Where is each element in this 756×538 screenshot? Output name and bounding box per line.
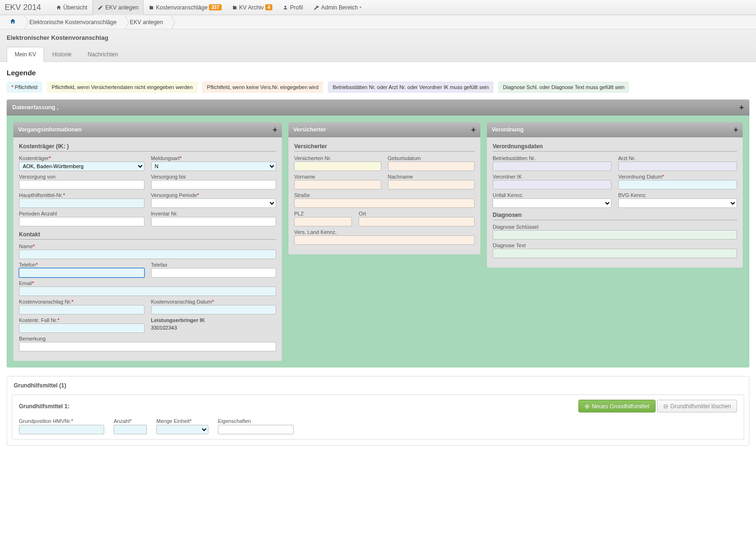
select-kostentraeger[interactable]: AOK, Baden-Württemberg [19, 161, 144, 171]
input-haupthm[interactable] [19, 198, 144, 208]
select-menge-einheit[interactable] [156, 425, 208, 434]
input-land[interactable] [294, 235, 475, 245]
section-datenerfassung-title: Datenerfassung , [12, 104, 58, 111]
input-verordnung-datum[interactable] [618, 180, 737, 189]
input-plz[interactable] [294, 217, 352, 226]
legend-orange: Pflichtfeld, wenn keine Vers.Nr. eingege… [202, 81, 323, 93]
label-diag-schl: Diagnose Schlüssel [493, 224, 737, 230]
nav-overview[interactable]: Übersicht [51, 0, 93, 15]
top-nav: EKV 2014 Übersicht EKV anlegen Kostenvor… [0, 0, 756, 15]
plus-icon[interactable]: + [471, 126, 476, 134]
input-perioden-anzahl[interactable] [19, 217, 144, 226]
wrench-icon [314, 5, 319, 10]
home-icon [56, 5, 62, 10]
input-anzahl[interactable] [114, 425, 147, 434]
label-strasse: Straße [294, 192, 475, 198]
archive-count-badge: 4 [265, 4, 273, 10]
input-diag-schl[interactable] [493, 230, 737, 240]
label-versicherten-nr: Versicherten Nr. [294, 155, 381, 161]
leistungserbringer-value: 330102343 [151, 323, 277, 331]
input-diag-text[interactable] [493, 249, 737, 258]
plus-icon[interactable]: + [734, 126, 738, 134]
archive-icon [232, 5, 237, 10]
input-versicherten-nr[interactable] [294, 161, 381, 171]
group-versicherter: Versicherter [294, 143, 475, 152]
btn-new-grundhilfsmittel[interactable]: ⊕ Neues Grundhilfsmittel [578, 400, 655, 412]
input-vorname[interactable] [294, 180, 381, 189]
plus-icon[interactable]: + [739, 103, 744, 112]
input-eigenschaften[interactable] [218, 425, 294, 434]
input-verordner-ik[interactable] [493, 180, 612, 189]
input-grundposition[interactable] [19, 425, 104, 434]
label-bemerkung: Bemerkung [19, 336, 276, 341]
nav-create-ekv[interactable]: EKV anlegen [92, 0, 144, 15]
group-verordnungsdaten: Verordnungsdaten [493, 143, 737, 152]
label-geburtsdatum: Geburtsdatum [388, 155, 475, 161]
nav-admin[interactable]: Admin Bereich ▾ [308, 0, 367, 15]
panel2-header[interactable]: Versicherter + [288, 122, 480, 137]
nav-kv-archiv[interactable]: KV Archiv 4 [227, 0, 278, 15]
input-email[interactable] [19, 287, 276, 296]
panel-vorgangsinformationen: Vorgangsinformationen + Kostenträger (IK… [13, 122, 282, 361]
section-datenerfassung-header[interactable]: Datenerfassung , + [7, 99, 749, 116]
label-unfall: Unfall Kennz. [493, 192, 612, 198]
label-menge-einheit: Menge Einheit* [156, 418, 208, 424]
tab-mein-kv[interactable]: Mein KV [7, 47, 44, 62]
select-unfall[interactable] [493, 198, 612, 208]
input-telefax[interactable] [151, 268, 277, 278]
input-betriebsstaetten[interactable] [493, 161, 612, 171]
nav-profil[interactable]: Profil [278, 0, 308, 15]
select-versorgung-periode[interactable] [151, 198, 277, 208]
label-perioden-anzahl: Perioden Anzahl [19, 211, 144, 216]
input-kv-nr[interactable] [19, 305, 144, 314]
tab-historie[interactable]: Historie [44, 47, 80, 62]
input-inventar-nr[interactable] [151, 217, 277, 226]
input-ort[interactable] [359, 217, 475, 226]
ghm-inner-title: Grundhilfsmittel 1: [19, 403, 70, 410]
ghm-inner: Grundhilfsmittel 1: ⊕ Neues Grundhilfsmi… [12, 395, 744, 439]
panel1-header[interactable]: Vorgangsinformationen + [13, 122, 282, 137]
page-title: Elektronischer Kostenvoranschlag [7, 34, 749, 41]
breadcrumb-level1[interactable]: Elektronische Kostenvoranschläge [25, 15, 125, 29]
label-diag-text: Diagnose Text [493, 242, 737, 248]
label-meldungsart: Meldungsart* [151, 155, 277, 161]
label-name: Name* [19, 243, 276, 249]
tabs: Mein KV Historie Nachrichten [7, 47, 749, 62]
breadcrumb-home[interactable] [5, 15, 25, 29]
input-kv-datum[interactable] [151, 305, 277, 314]
input-arzt-nr[interactable] [618, 161, 737, 171]
input-fall-nr[interactable] [19, 323, 144, 333]
panel3-header[interactable]: Verordnung + [487, 122, 743, 137]
label-land: Vers. Land Kennz. [294, 229, 475, 235]
tab-nachrichten[interactable]: Nachrichten [80, 47, 126, 62]
select-meldungsart[interactable]: N [151, 161, 277, 171]
ghm-outer-title: Grundhilfsmittel (1) [7, 377, 749, 395]
input-nachname[interactable] [388, 180, 475, 189]
panel-versicherter: Versicherter + Versicherter Versicherten… [288, 122, 480, 254]
nav-kostenvoranschlaege[interactable]: Kostenvoranschläge 337 [144, 0, 226, 15]
nav-overview-label: Übersicht [63, 4, 88, 11]
label-kv-datum: Kostenvoranschlag Datum* [151, 299, 277, 305]
label-telefon: Telefon* [19, 262, 144, 268]
brand: EKV 2014 [5, 3, 41, 12]
kv-count-badge: 337 [209, 4, 222, 10]
label-anzahl: Anzahl* [114, 418, 147, 424]
input-bemerkung[interactable] [19, 342, 276, 351]
input-name[interactable] [19, 250, 276, 259]
plus-icon[interactable]: + [273, 126, 277, 134]
input-versorgung-bis[interactable] [151, 180, 277, 189]
label-bvg: BVG Kennz. [618, 192, 737, 198]
page-header: Elektronischer Kostenvoranschlag Mein KV… [0, 29, 756, 62]
label-nachname: Nachname [388, 174, 475, 179]
nav-kv-label: Kostenvoranschläge [156, 4, 207, 11]
input-strasse[interactable] [294, 198, 475, 208]
nav-archive-label: KV Archiv [239, 4, 264, 11]
input-versorgung-von[interactable] [19, 180, 144, 189]
btn-delete-grundhilfsmittel[interactable]: ⊖ Grundhilfsmittel löschen [657, 400, 737, 412]
select-bvg[interactable] [618, 198, 737, 208]
input-telefon[interactable] [19, 268, 144, 278]
input-geburtsdatum[interactable] [388, 161, 475, 171]
breadcrumb-level2[interactable]: EKV anlegen [125, 15, 171, 29]
group-diagnosen: Diagnosen [493, 212, 737, 220]
label-versorgung-bis: Versorgung bis [151, 174, 277, 179]
